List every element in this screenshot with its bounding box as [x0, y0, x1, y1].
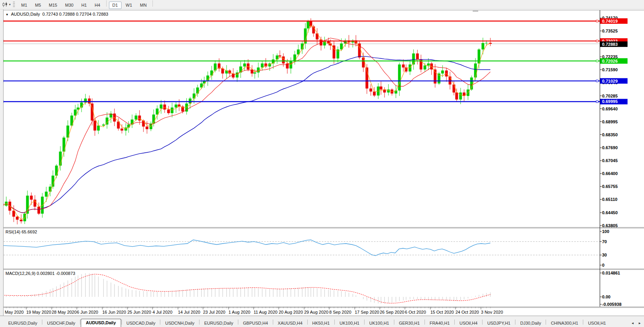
tab-bar: EURUSD,DailyUSDCHF,DailyAUDUSD,DailyUSDC…: [0, 316, 644, 327]
tab-usdcad-daily[interactable]: USDCAD,Daily: [122, 320, 160, 327]
tab-gbpusd-h4[interactable]: GBPUSD,H4: [239, 320, 272, 327]
timeframe-button-mn[interactable]: MN: [136, 2, 150, 9]
tab-separator: [273, 320, 273, 325]
tab-separator: [394, 320, 394, 325]
tab-eurusd-daily[interactable]: EURUSD,Daily: [200, 320, 238, 327]
svg-text:0.63805: 0.63805: [602, 223, 618, 228]
tab-separator: [482, 320, 483, 325]
svg-text:0.00: 0.00: [602, 294, 610, 299]
svg-text:6 Jun 2020: 6 Jun 2020: [77, 310, 98, 314]
svg-text:15 Oct 2020: 15 Oct 2020: [430, 310, 454, 314]
svg-text:0.69995: 0.69995: [602, 99, 618, 104]
svg-text:20 Aug 2020: 20 Aug 2020: [279, 310, 303, 314]
svg-text:0.72026: 0.72026: [602, 59, 618, 63]
chart-canvas[interactable]: 0.741700.735250.728800.722350.715900.709…: [0, 9, 644, 316]
toolbar: ▾ M1M5M15M30H1H4D1W1MN: [0, 0, 644, 9]
timeframe-button-m1[interactable]: M1: [18, 2, 31, 9]
svg-text:17 Sep 2020: 17 Sep 2020: [355, 310, 379, 314]
chart-title: ▼AUDUSD,Daily 0.72743 0.72888 0.72704 0.…: [5, 12, 108, 16]
svg-text:3 Nov 2020: 3 Nov 2020: [481, 310, 503, 314]
svg-text:-0.005938: -0.005938: [602, 302, 622, 307]
tab-dj30-daily[interactable]: DJ30,Daily: [516, 320, 545, 327]
chart-type-dropdown-caret-icon[interactable]: ▾: [9, 3, 11, 6]
tab-eurusd-daily[interactable]: EURUSD,Daily: [4, 320, 42, 327]
time-axis: 9 May 202019 May 202028 May 20206 Jun 20…: [1, 307, 503, 314]
svg-text:30: 30: [602, 253, 607, 257]
chart-title-symbol: AUDUSD,Daily: [11, 12, 40, 16]
tab-hk50-h1[interactable]: HK50,H1: [308, 320, 334, 327]
svg-text:25 Jun 2020: 25 Jun 2020: [127, 310, 151, 314]
tab-separator: [364, 320, 365, 325]
svg-text:14 Jul 2020: 14 Jul 2020: [178, 310, 200, 314]
timeframe-button-h1[interactable]: H1: [78, 2, 90, 9]
timeframe-button-w1[interactable]: W1: [122, 2, 136, 9]
svg-text:11 Aug 2020: 11 Aug 2020: [254, 310, 278, 314]
svg-text:0.71590: 0.71590: [602, 67, 618, 72]
svg-text:0.68995: 0.68995: [602, 119, 618, 124]
macd-panel: [2, 273, 490, 304]
tab-xauusd-h4[interactable]: XAUUSD,H4: [274, 320, 307, 327]
tab-ger30-h1[interactable]: GER30,H1: [395, 320, 424, 327]
tab-separator: [80, 320, 80, 325]
svg-text:28 May 2020: 28 May 2020: [52, 310, 77, 314]
tab-scroll-right-icon[interactable]: ►: [637, 320, 642, 326]
timeframe-button-d1[interactable]: D1: [109, 2, 122, 9]
svg-text:9 May 2020: 9 May 2020: [1, 310, 24, 314]
tab-separator: [424, 320, 425, 325]
svg-text:0.72883: 0.72883: [602, 42, 618, 47]
tab-usdjpy-h1[interactable]: USDJPY,H1: [483, 320, 515, 327]
svg-text:8 Sep 2020: 8 Sep 2020: [329, 310, 351, 314]
tab-usdchf-daily[interactable]: USDCHF,Daily: [43, 320, 80, 327]
tab-china300-h1[interactable]: CHINA300,H1: [546, 320, 582, 327]
svg-text:0.65755: 0.65755: [602, 184, 618, 189]
tab-separator: [583, 320, 583, 325]
tab-separator: [334, 320, 335, 325]
svg-text:0.67045: 0.67045: [602, 158, 618, 163]
tab-uk100-h1[interactable]: UK100,H1: [365, 320, 394, 327]
svg-text:0.70285: 0.70285: [602, 94, 618, 98]
tab-usoil-h4[interactable]: USOil,H4: [455, 320, 482, 327]
tab-separator: [307, 320, 308, 325]
svg-text:1 Aug 2020: 1 Aug 2020: [229, 310, 250, 314]
svg-text:29 Aug 2020: 29 Aug 2020: [304, 310, 328, 314]
window-left-edge: [0, 9, 4, 316]
svg-text:100: 100: [602, 229, 609, 234]
svg-text:26 Sep 2020: 26 Sep 2020: [380, 310, 404, 314]
tab-scroll-left-icon[interactable]: ◄: [630, 320, 635, 326]
chart-type-icon[interactable]: [2, 2, 9, 8]
svg-text:23 Jul 2020: 23 Jul 2020: [203, 310, 225, 314]
tab-usoil-h1[interactable]: USOil,H1: [584, 320, 610, 327]
chart-tabs: EURUSD,DailyUSDCHF,DailyAUDUSD,DailyUSDC…: [4, 318, 610, 327]
timeframe-button-m30[interactable]: M30: [62, 2, 77, 9]
tab-audusd-daily[interactable]: AUDUSD,Daily: [81, 319, 121, 327]
svg-text:0.73525: 0.73525: [602, 29, 618, 33]
svg-text:0.74019: 0.74019: [602, 19, 618, 23]
tab-separator: [454, 320, 455, 325]
svg-text:0.68350: 0.68350: [602, 132, 618, 137]
toolbar-separator: [106, 0, 107, 7]
svg-text:0.64450: 0.64450: [602, 210, 618, 215]
toolbar-grip[interactable]: [13, 2, 15, 8]
tab-fra40-h1[interactable]: FRA40,H1: [425, 320, 454, 327]
macd-signal-line: [2, 274, 490, 303]
macd-label: MACD(12,26,9) 0.002801 -0.000873: [5, 271, 75, 276]
rsi-panel: [4, 240, 600, 256]
timeframe-button-m15[interactable]: M15: [45, 2, 61, 9]
svg-text:0: 0: [602, 263, 604, 267]
tab-uk100-h1[interactable]: UK100,H1: [335, 320, 364, 327]
tab-usdcnh-daily[interactable]: USDCNH,Daily: [161, 320, 199, 327]
timeframe-button-m5[interactable]: M5: [31, 2, 44, 9]
ma-slow: [2, 56, 490, 213]
chart-menu-icon[interactable]: ▼: [5, 13, 9, 16]
svg-text:0.71029: 0.71029: [602, 79, 618, 83]
rsi-label: RSI(14) 65.6692: [5, 229, 37, 234]
horizontal-level-lines[interactable]: [2, 20, 600, 103]
svg-text:4 Jul 2020: 4 Jul 2020: [152, 310, 172, 314]
chart-title-ohlc: 0.72743 0.72888 0.72704 0.72883: [42, 12, 108, 16]
candles: [1, 18, 492, 224]
timeframe-button-h4[interactable]: H4: [91, 2, 103, 9]
timeframe-button-group: M1M5M15M30H1H4D1W1MN: [17, 0, 155, 9]
svg-text:70: 70: [602, 239, 607, 244]
scroll-position-marker[interactable]: [473, 10, 478, 12]
svg-text:6 Oct 2020: 6 Oct 2020: [405, 310, 426, 314]
